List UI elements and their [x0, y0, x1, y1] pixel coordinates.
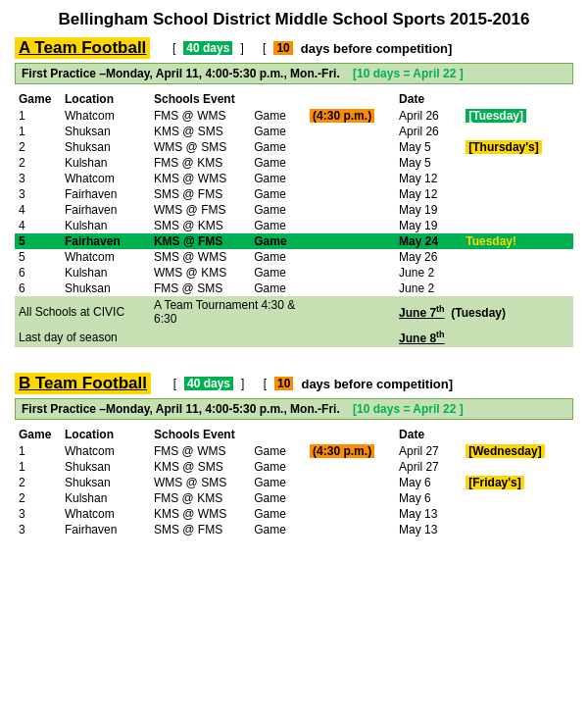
b-team-row-2: 2 Shuksan WMS @ SMS Game May 6 [Friday's… [15, 475, 573, 490]
td-extra: Tuesday! [462, 233, 573, 249]
td-game: 3 [15, 522, 61, 537]
td-schools: SMS @ FMS [150, 522, 250, 537]
td-location: Shuksan [61, 124, 150, 139]
td-game: 5 [15, 249, 61, 265]
td-date: May 24 [395, 233, 462, 249]
a-team-row-2: 2 Shuksan WMS @ SMS Game May 5 [Thursday… [15, 139, 573, 155]
b-team-before-badge: 10 [274, 377, 293, 390]
td-date: June 2 [395, 265, 462, 281]
td-schools: WMS @ SMS [150, 139, 250, 155]
th-note-a [306, 90, 395, 108]
a-team-days-badge: 40 days [183, 41, 232, 55]
a-team-fp-text: First Practice –Monday, April 11, 4:00-5… [22, 67, 340, 80]
td-event: Game [250, 475, 306, 490]
td-extra [462, 171, 573, 186]
td-extra [462, 186, 573, 202]
b-team-fp-text: First Practice –Monday, April 11, 4:00-5… [22, 402, 340, 416]
td-event: Game [250, 108, 306, 124]
td-date: May 13 [395, 506, 462, 522]
td-note [306, 186, 395, 202]
td-extra [462, 249, 573, 265]
b-team-fp-bracket: [10 days = April 22 ] [353, 402, 464, 416]
td-game: 2 [15, 475, 61, 490]
td-note [306, 218, 395, 233]
page-title: Bellingham School District Middle School… [15, 10, 573, 29]
td-event: Game [250, 506, 306, 522]
th-date-a: Date [395, 90, 462, 108]
td-date: April 26 [395, 108, 462, 124]
td-event: Game [250, 249, 306, 265]
extra-badge: [Thursday's] [466, 140, 542, 154]
a-team-row-6: 4 Fairhaven WMS @ FMS Game May 19 [15, 202, 573, 218]
a-team-lastday-row: Last day of season June 8th [15, 328, 573, 347]
td-game: 4 [15, 202, 61, 218]
td-event: Game [250, 233, 306, 249]
td-extra [462, 506, 573, 522]
b-team-before-text: days before competition] [301, 377, 453, 391]
b-team-row-5: 3 Fairhaven SMS @ FMS Game May 13 [15, 522, 573, 537]
td-date: May 6 [395, 490, 462, 506]
b-team-first-practice-bar: First Practice –Monday, April 11, 4:00-5… [15, 398, 573, 420]
td-schools: WMS @ SMS [150, 475, 250, 490]
td-note: (4:30 p.m.) [306, 108, 395, 124]
td-event: Game [250, 171, 306, 186]
a-team-fp-bracket: [10 days = April 22 ] [353, 67, 464, 80]
td-note [306, 490, 395, 506]
a-team-row-7: 4 Kulshan SMS @ KMS Game May 19 [15, 218, 573, 233]
td-extra: [Thursday's] [462, 139, 573, 155]
td-location: Kulshan [61, 265, 150, 281]
td-event: Game [250, 218, 306, 233]
td-schools: FMS @ WMS [150, 443, 250, 459]
td-date: April 27 [395, 459, 462, 475]
td-extra [462, 124, 573, 139]
a-team-row-8: 5 Fairhaven KMS @ FMS Game May 24 Tuesda… [15, 233, 573, 249]
b-team-schedule-table: Game Location Schools Event Date 1 Whatc… [15, 426, 573, 537]
td-extra [462, 490, 573, 506]
b-team-header: B Team Football [40 days] [10 days befor… [15, 373, 573, 394]
th-note-b [306, 426, 395, 443]
b-team-days-badge: 40 days [184, 377, 233, 390]
th-game-b: Game [15, 426, 61, 443]
td-game: 2 [15, 155, 61, 171]
td-game: 2 [15, 139, 61, 155]
td-schools: KMS @ WMS [150, 171, 250, 186]
td-event: Game [250, 490, 306, 506]
td-game: 1 [15, 443, 61, 459]
lastday-col1: Last day of season [15, 328, 395, 347]
td-game: 6 [15, 265, 61, 281]
td-schools: KMS @ SMS [150, 124, 250, 139]
td-note [306, 155, 395, 171]
a-team-before-text: days before competition] [301, 41, 453, 56]
note-badge: (4:30 p.m.) [310, 444, 374, 458]
note-badge: (4:30 p.m.) [310, 109, 374, 123]
td-event: Game [250, 186, 306, 202]
td-game: 4 [15, 218, 61, 233]
td-schools: KMS @ SMS [150, 459, 250, 475]
th-extra-b [462, 426, 573, 443]
a-team-tournament-row: All Schools at CIVIC A Team Tournament 4… [15, 296, 573, 328]
td-game: 3 [15, 171, 61, 186]
td-note [306, 124, 395, 139]
b-team-row-3: 2 Kulshan FMS @ KMS Game May 6 [15, 490, 573, 506]
td-schools: WMS @ KMS [150, 265, 250, 281]
td-schools: FMS @ KMS [150, 490, 250, 506]
td-location: Whatcom [61, 249, 150, 265]
extra-badge: [Wednesday] [466, 444, 544, 458]
extra-badge: Tuesday! [466, 234, 516, 248]
a-team-row-5: 3 Fairhaven SMS @ FMS Game May 12 [15, 186, 573, 202]
td-date: June 2 [395, 281, 462, 296]
b-team-row-1: 1 Shuksan KMS @ SMS Game April 27 [15, 459, 573, 475]
a-team-row-1: 1 Shuksan KMS @ SMS Game April 26 [15, 124, 573, 139]
td-note [306, 139, 395, 155]
a-team-row-11: 6 Shuksan FMS @ SMS Game June 2 [15, 281, 573, 296]
th-event-a [250, 90, 306, 108]
td-extra: [Tuesday] [462, 108, 573, 124]
td-location: Fairhaven [61, 186, 150, 202]
td-extra [462, 265, 573, 281]
b-team-label: B Team Football [15, 373, 151, 394]
td-note [306, 506, 395, 522]
td-location: Fairhaven [61, 202, 150, 218]
td-note [306, 281, 395, 296]
td-note [306, 202, 395, 218]
td-event: Game [250, 265, 306, 281]
